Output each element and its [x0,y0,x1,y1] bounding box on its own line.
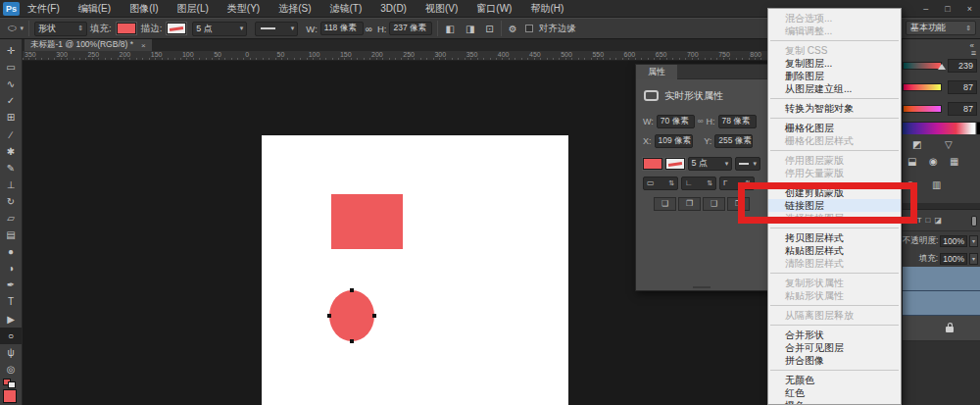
menu-item[interactable]: 帮助(H) [530,2,564,16]
ellipse-tool[interactable]: ○ [0,328,22,344]
stroke-style-select[interactable]: ▾ [735,157,760,171]
move-tool[interactable]: ✛ [0,42,22,59]
context-menu-item[interactable] [770,273,899,274]
context-menu-item[interactable] [770,305,899,306]
path-operations-icon[interactable]: ◧ [445,24,454,34]
context-menu-item[interactable]: 复制图层... [768,57,901,70]
panel-icon[interactable]: ▦ [950,156,958,167]
zoom-tool[interactable]: ◎ [0,361,22,378]
context-menu-item[interactable] [770,98,899,99]
context-menu-item[interactable]: 无颜色 [768,374,901,386]
context-menu-item[interactable]: 从图层建立组... [768,82,901,95]
layer-row[interactable] [903,267,980,291]
context-menu-item[interactable]: 停用图层蒙版 [768,154,901,167]
shape-y-input[interactable]: 255 像素 [714,134,753,148]
blur-tool[interactable]: ● [0,243,22,260]
opacity-input[interactable]: 100% [940,235,967,247]
corner-topleft-button[interactable]: ❐ [678,197,701,211]
color-slider[interactable] [903,83,942,91]
color-slider[interactable] [903,62,942,70]
close-icon[interactable]: × [967,0,972,18]
panel-menu-icon[interactable]: ≡ [971,49,976,58]
fill-input[interactable]: 100% [940,253,967,265]
shape-width-input[interactable]: 118 像素 [320,22,364,35]
path-selection-tool[interactable]: ▶ [0,311,22,328]
healing-brush-tool[interactable]: ✱ [0,143,22,160]
context-menu-item[interactable] [770,370,899,371]
red-ellipse-shape[interactable] [329,290,374,341]
panel-icon[interactable]: ◉ [929,156,938,167]
menu-item[interactable]: 类型(Y) [227,2,260,16]
menu-item[interactable]: 选择(S) [278,2,311,16]
path-arrangement-icon[interactable]: ⊡ [485,24,493,34]
context-menu-item[interactable] [770,118,899,119]
link-dimensions-icon[interactable]: ∞ [366,24,372,34]
context-menu-item[interactable]: 红色 [768,386,901,399]
gear-icon[interactable]: ⚙ [509,24,517,34]
crop-tool[interactable]: ⊞ [0,109,22,126]
layer-row[interactable] [903,291,980,316]
gradient-tool[interactable]: ▤ [0,227,22,243]
panel-icon[interactable]: ⬓ [907,156,916,167]
context-menu-item[interactable]: 从隔离图层释放 [768,309,901,322]
layer-row[interactable] [903,316,980,341]
panel-icon[interactable]: ◩ [912,139,921,150]
corner-topright-button[interactable]: ❑ [703,197,725,211]
chevron-down-icon[interactable]: ▾ [21,25,24,32]
color-slider[interactable] [903,105,942,113]
marquee-tool[interactable]: ▭ [0,59,22,76]
path-alignment-icon[interactable]: ◨ [466,24,474,34]
context-menu-item[interactable]: 橙色 [768,399,901,405]
corner-link-all-button[interactable]: ❏ [654,197,676,211]
context-menu-item[interactable]: 删除图层 [768,70,901,82]
menu-item[interactable]: 图层(L) [177,2,209,16]
filter-toggle[interactable] [971,216,977,227]
eyedropper-tool[interactable]: ∕ [0,126,22,142]
ellipse-tool-preset-icon[interactable]: ⬭ [8,23,17,34]
color-value-input[interactable]: 87 [948,102,977,116]
menu-item[interactable]: 窗口(W) [476,2,512,16]
menu-item[interactable]: 文件(F) [27,2,60,16]
context-menu-item[interactable] [770,325,899,326]
stroke-color-swatch[interactable] [665,158,685,170]
menu-item[interactable]: 编辑(E) [78,2,111,16]
context-menu-item[interactable]: 合并形状 [768,329,901,341]
restore-icon[interactable]: □ [945,0,950,18]
panel-icon[interactable]: ▽ [945,139,953,150]
stroke-color-swatch[interactable] [167,23,186,34]
hand-tool[interactable]: ψ [0,344,22,361]
foreground-color-swatch[interactable] [3,389,17,403]
context-menu-item[interactable]: 停用矢量蒙版 [768,167,901,179]
dodge-tool[interactable]: ◑ [0,260,22,277]
filter-shape-icon[interactable]: □ [926,216,931,225]
context-menu-item[interactable]: 合并可见图层 [768,341,901,354]
tab-properties[interactable]: 属性 [636,65,677,79]
eraser-tool[interactable]: ▱ [0,210,22,227]
tab-close-icon[interactable]: × [141,41,146,50]
fill-color-swatch[interactable] [643,158,662,170]
filter-type-icon[interactable]: T [917,216,922,225]
menu-item[interactable]: 滤镜(T) [330,2,363,16]
context-menu-item[interactable]: 栅格化图层样式 [768,134,901,147]
context-menu-item[interactable]: 粘贴形状属性 [768,289,901,302]
brush-tool[interactable]: ✎ [0,160,22,177]
type-tool[interactable]: T [0,293,22,310]
stroke-width-input[interactable]: 5 点 ▾ [688,157,733,171]
context-menu-item[interactable]: 拼合图像 [768,354,901,367]
context-menu-item[interactable]: 转换为智能对象 [768,102,901,115]
menu-item[interactable]: 视图(V) [425,2,458,16]
anchor-point-bottom[interactable] [350,339,354,343]
lasso-tool[interactable]: ∿ [0,76,22,92]
context-menu-item[interactable]: 编辑调整... [768,25,901,37]
anchor-point-top[interactable] [350,288,354,292]
minimize-icon[interactable]: – [923,0,928,18]
canvas-document[interactable] [262,135,568,405]
shape-w-input[interactable]: 70 像素 [657,115,695,128]
stroke-alignment-select[interactable]: ▭ ⇅ [643,177,678,190]
color-value-input[interactable]: 239 [948,59,977,73]
menu-item[interactable]: 3D(D) [380,3,407,14]
foreground-background-swatches[interactable] [3,379,17,388]
context-menu-item[interactable] [770,150,899,151]
panel-resize-grip[interactable] [693,286,710,288]
anchor-point-left[interactable] [327,314,331,318]
